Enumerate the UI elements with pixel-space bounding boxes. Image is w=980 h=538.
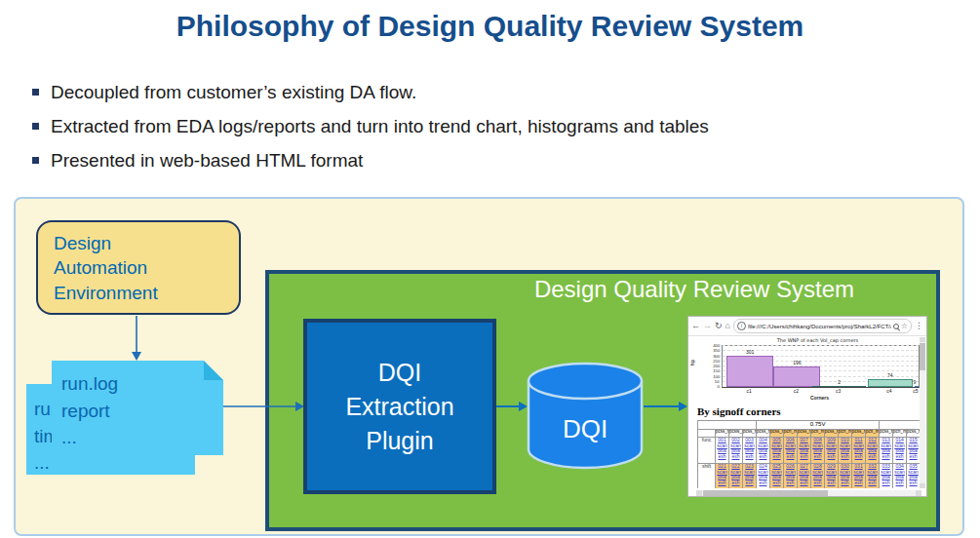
corner-cell: 007scanpbaexh bbox=[798, 438, 811, 464]
corner-link[interactable]: exh bbox=[839, 480, 851, 486]
url-text[interactable]: file:///C:/Users/chihkang/Documents/proj… bbox=[748, 324, 891, 329]
corner-cell: 024scanpbaexh bbox=[757, 464, 770, 489]
corner-cell: 033scanpbaexh bbox=[880, 464, 893, 489]
corner-column-header: pcrf_ht bbox=[784, 430, 798, 438]
corner-link[interactable]: exh bbox=[798, 454, 810, 460]
log-line: ... bbox=[61, 424, 223, 451]
corner-cell: 029scanpbaexh bbox=[825, 464, 839, 489]
y-tick-label: 400 bbox=[713, 342, 720, 347]
dae-line: Automation bbox=[54, 255, 239, 280]
corner-link[interactable]: exh bbox=[757, 454, 769, 460]
vertical-scrollbar-thumb[interactable] bbox=[920, 343, 925, 370]
corner-link[interactable]: exh bbox=[852, 480, 865, 486]
corner-link[interactable]: exh bbox=[866, 480, 879, 486]
log-line: report bbox=[61, 398, 223, 425]
corner-link[interactable]: exh bbox=[893, 454, 906, 460]
dqi-db-label: DQI bbox=[563, 414, 608, 443]
corner-link[interactable]: exh bbox=[907, 480, 920, 486]
row-label-header bbox=[698, 430, 716, 438]
corner-column-header: pcss_h bbox=[907, 430, 921, 438]
bullet-item: Extracted from EDA logs/reports and turn… bbox=[29, 116, 709, 137]
corner-column-header: pcff_ht bbox=[866, 430, 880, 438]
corner-column-header: pcff_ht bbox=[811, 430, 825, 438]
corner-link[interactable]: exh bbox=[784, 454, 797, 460]
chart-y-axis-label: hip bbox=[689, 360, 695, 366]
corner-cell: 027scanpbaexh bbox=[798, 464, 811, 489]
x-tick-label: c4 bbox=[886, 388, 891, 394]
corner-link[interactable]: exh bbox=[825, 454, 838, 460]
corner-cell: 010scanpbaexh bbox=[839, 438, 852, 464]
corner-cell: 004scanpbaexh bbox=[757, 438, 770, 464]
corner-cell: 030scanpbaexh bbox=[839, 464, 852, 489]
browser-window: ← → ↻ ⌂ i file:///C:/Users/chihkang/Docu… bbox=[687, 316, 927, 497]
voltage-header: 0.75V bbox=[757, 421, 880, 430]
corner-link[interactable]: exh bbox=[743, 454, 756, 460]
corner-cell: 012scanpbaexh bbox=[866, 438, 880, 464]
browser-menu-icon[interactable]: ⋮ bbox=[915, 322, 923, 330]
corner-link[interactable]: exh bbox=[825, 480, 838, 486]
corner-link[interactable]: exh bbox=[811, 454, 824, 460]
search-icon[interactable] bbox=[893, 324, 899, 329]
scroll-left-button[interactable] bbox=[696, 490, 702, 496]
corner-link[interactable]: exh bbox=[757, 480, 769, 486]
bookmark-star-icon[interactable]: ☆ bbox=[901, 323, 908, 330]
plugin-line: Plugin bbox=[345, 424, 453, 458]
corner-cell: 002scanpbaexh bbox=[729, 438, 743, 464]
corner-link[interactable]: exh bbox=[770, 454, 783, 460]
corner-link[interactable]: exh bbox=[880, 454, 892, 460]
bar-value-label: 9 bbox=[914, 379, 917, 385]
corner-column-header: pcss_ht bbox=[880, 430, 893, 438]
corner-link[interactable]: exh bbox=[716, 454, 728, 460]
corner-link[interactable]: exh bbox=[716, 480, 728, 486]
reload-icon[interactable]: ↻ bbox=[715, 322, 723, 330]
scroll-right-button[interactable] bbox=[916, 490, 921, 496]
corner-link[interactable]: exh bbox=[811, 480, 824, 486]
y-tick-label: 150 bbox=[713, 368, 720, 373]
bullet-item: Presented in web-based HTML format bbox=[29, 150, 709, 172]
chart-title: The WNP of each Vol_cap corners bbox=[718, 337, 918, 343]
corner-link[interactable]: exh bbox=[880, 480, 892, 486]
x-tick-label: c3 bbox=[836, 388, 841, 394]
chart-y-ticks: 050100150200250300350400 bbox=[696, 345, 720, 386]
forward-arrow-icon[interactable]: → bbox=[703, 322, 712, 330]
url-bar[interactable]: i file:///C:/Users/chihkang/Documents/pr… bbox=[733, 319, 912, 333]
horizontal-scrollbar[interactable] bbox=[696, 490, 921, 496]
corner-link[interactable]: exh bbox=[729, 454, 742, 460]
page-info-icon[interactable]: i bbox=[737, 322, 746, 330]
corner-link[interactable]: exh bbox=[893, 480, 906, 486]
corner-table: 0.75Vpcss_htpcsw_htpcss_htpcss_htpcss_ht… bbox=[697, 420, 921, 488]
scroll-up-button[interactable] bbox=[920, 337, 925, 342]
corner-cell: 005scanpbaexh bbox=[770, 438, 784, 464]
corner-cell: 008scanpbaexh bbox=[811, 438, 825, 464]
corner-link[interactable]: exh bbox=[839, 454, 851, 460]
diagram-canvas: Design Automation Environment run.log ti… bbox=[14, 197, 964, 536]
corner-link[interactable]: exh bbox=[743, 480, 756, 486]
horizontal-scrollbar-thumb[interactable] bbox=[703, 490, 828, 496]
back-arrow-icon[interactable]: ← bbox=[691, 322, 700, 330]
corner-link[interactable]: exh bbox=[770, 480, 783, 486]
scroll-down-button[interactable] bbox=[920, 483, 925, 488]
corner-column-header: pcrf_ht bbox=[839, 430, 852, 438]
y-tick-label: 50 bbox=[715, 378, 720, 383]
corner-link[interactable]: exh bbox=[907, 454, 920, 460]
corner-cell: 003scanpbaexh bbox=[743, 438, 757, 464]
corner-link[interactable]: exh bbox=[852, 454, 865, 460]
bar-value-label: 301 bbox=[746, 349, 754, 355]
corner-link[interactable]: exh bbox=[798, 480, 810, 486]
chart-x-axis-label: Corners bbox=[722, 395, 918, 401]
y-tick-label: 300 bbox=[713, 353, 720, 358]
bullet-list: Decoupled from customer’s existing DA fl… bbox=[29, 82, 709, 184]
corner-cell: 032scanpbaexh bbox=[866, 464, 880, 489]
corner-cell: 035scanpbaexh bbox=[907, 464, 921, 489]
corner-link[interactable]: exh bbox=[866, 454, 879, 460]
corner-link[interactable]: exh bbox=[729, 480, 742, 486]
corner-cell: 006scanpbaexh bbox=[784, 438, 798, 464]
corner-cell: 022scanpbaexh bbox=[729, 464, 743, 489]
vertical-scrollbar[interactable] bbox=[920, 337, 925, 488]
y-tick-label: 250 bbox=[713, 358, 720, 363]
corner-cell: 025scanpbaexh bbox=[770, 464, 784, 489]
corner-cell: 013scanpbaexh bbox=[880, 438, 893, 464]
home-icon[interactable]: ⌂ bbox=[725, 322, 730, 330]
corner-link[interactable]: exh bbox=[784, 480, 797, 486]
row-label: shift bbox=[698, 464, 716, 489]
